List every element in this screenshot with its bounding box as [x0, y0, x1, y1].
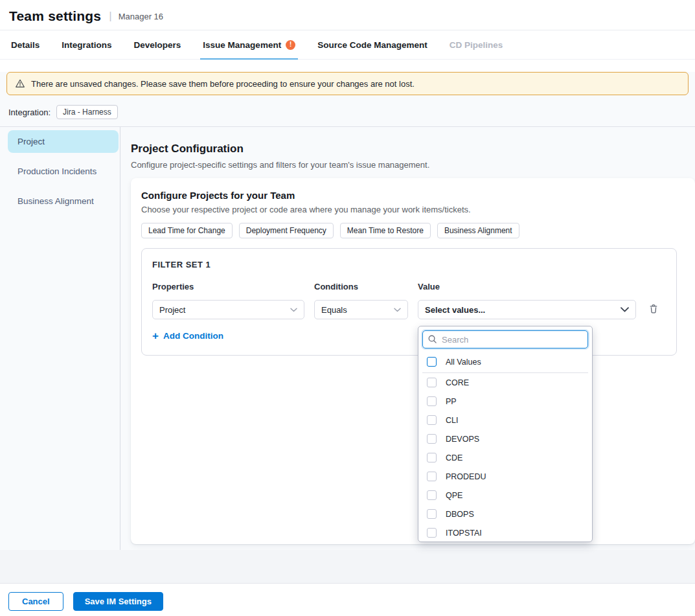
integration-chip[interactable]: Jira - Harness [56, 105, 118, 119]
value-select-placeholder: Select values... [425, 305, 485, 315]
main-panel: Project Configuration Configure project-… [120, 127, 695, 550]
chevron-down-icon [394, 308, 401, 312]
option-label: DEVOPS [446, 435, 479, 444]
tab-label: Issue Management [203, 40, 281, 50]
option-label: All Values [446, 358, 481, 367]
delete-condition-button[interactable] [646, 302, 661, 317]
sidebar-item-production-incidents[interactable]: Production Incidents [8, 160, 119, 183]
configure-projects-card: Configure Projects for your Team Choose … [131, 178, 695, 544]
tab-label: Details [11, 40, 40, 50]
save-im-settings-button[interactable]: Save IM Settings [73, 592, 163, 611]
plus-icon: + [152, 330, 159, 341]
tab-bar: Details Integrations Developers Issue Ma… [0, 30, 695, 60]
warning-triangle-icon [15, 78, 25, 89]
option-label: ITOPSTAI [446, 529, 482, 538]
option-itopstai[interactable]: ITOPSTAI [422, 523, 588, 542]
banner-text: There are unsaved changes. Please save t… [31, 79, 415, 89]
section-title: Project Configuration [131, 143, 695, 155]
tab-integrations[interactable]: Integrations [62, 30, 111, 59]
sidebar-item-project[interactable]: Project [8, 130, 119, 153]
filter-grid: Properties Conditions Value Project [152, 282, 666, 319]
checkbox[interactable] [427, 453, 437, 462]
chip-lead-time-for-change[interactable]: Lead Time for Change [141, 223, 233, 238]
all-values-checkbox[interactable] [427, 357, 437, 367]
trash-icon [648, 303, 659, 314]
tab-issue-management[interactable]: Issue Management ! [203, 30, 295, 59]
chip-deployment-frequency[interactable]: Deployment Frequency [239, 223, 334, 238]
metric-chips: Lead Time for Change Deployment Frequenc… [141, 223, 685, 238]
chevron-down-icon [290, 308, 297, 312]
checkbox[interactable] [427, 528, 437, 538]
option-core[interactable]: CORE [422, 373, 588, 392]
integration-row: Integration: Jira - Harness [0, 95, 695, 126]
option-label: PP [446, 397, 457, 406]
value-dropdown-panel: All Values CORE [418, 326, 593, 542]
option-label: CDE [446, 453, 462, 462]
value-options-list: CORE PP CLI [422, 373, 588, 542]
value-select[interactable]: Select values... [418, 300, 636, 319]
search-icon [427, 334, 437, 347]
page-header: Team settings | Manager 16 [0, 0, 695, 30]
tab-developers[interactable]: Developers [134, 30, 181, 59]
conditions-column-header: Conditions [314, 282, 408, 291]
condition-select[interactable]: Equals [314, 300, 408, 319]
card-subtitle: Choose your respective project or code a… [141, 205, 685, 214]
checkbox[interactable] [427, 415, 437, 425]
checkbox[interactable] [427, 434, 437, 444]
search-input[interactable] [422, 330, 588, 348]
tab-label: Source Code Management [317, 40, 427, 50]
team-settings-page: Team settings | Manager 16 Details Integ… [0, 0, 695, 616]
tab-details[interactable]: Details [11, 30, 40, 59]
property-select[interactable]: Project [152, 300, 304, 319]
cancel-button[interactable]: Cancel [8, 592, 63, 611]
checkbox[interactable] [427, 490, 437, 500]
checkbox[interactable] [427, 378, 437, 387]
tab-label: Integrations [62, 40, 111, 50]
condition-select-value: Equals [321, 305, 347, 315]
property-select-value: Project [159, 305, 185, 315]
option-cde[interactable]: CDE [422, 448, 588, 467]
section-subtitle: Configure project-specific settings and … [131, 160, 695, 170]
action-bar: Cancel Save IM Settings [0, 583, 695, 616]
filter-set-1: FILTER SET 1 Properties Conditions Value… [141, 248, 677, 356]
option-label: QPE [446, 491, 462, 500]
checkbox[interactable] [427, 396, 437, 406]
chip-mean-time-to-restore[interactable]: Mean Time to Restore [340, 223, 431, 238]
option-devops[interactable]: DEVOPS [422, 429, 588, 448]
option-label: CORE [446, 378, 469, 387]
checkbox[interactable] [427, 509, 437, 519]
filter-set-title: FILTER SET 1 [152, 260, 666, 269]
page-subtitle: Manager 16 [119, 12, 163, 21]
settings-columns: Project Production Incidents Business Al… [0, 126, 695, 550]
settings-sidebar: Project Production Incidents Business Al… [0, 127, 120, 550]
option-cli[interactable]: CLI [422, 411, 588, 429]
chevron-down-icon [621, 307, 629, 312]
value-column-header: Value [418, 282, 636, 291]
option-prodedu[interactable]: PRODEDU [422, 467, 588, 486]
tab-cd-pipelines: CD Pipelines [450, 30, 503, 59]
option-label: PRODEDU [446, 472, 486, 481]
content-area: There are unsaved changes. Please save t… [0, 72, 695, 583]
page-title: Team settings [9, 8, 101, 24]
sidebar-item-business-alignment[interactable]: Business Alignment [8, 190, 119, 212]
properties-column-header: Properties [152, 282, 304, 291]
option-label: DBOPS [446, 510, 474, 519]
tab-source-code-management[interactable]: Source Code Management [317, 30, 427, 59]
alert-badge-icon: ! [286, 40, 295, 50]
option-dbops[interactable]: DBOPS [422, 505, 588, 523]
add-condition-label: Add Condition [163, 331, 223, 341]
integration-label: Integration: [8, 108, 51, 117]
option-pp[interactable]: PP [422, 392, 588, 411]
add-condition-button[interactable]: + Add Condition [152, 330, 223, 341]
option-label: CLI [446, 416, 458, 425]
chip-business-alignment[interactable]: Business Alignment [437, 223, 519, 238]
bottom-spacer [0, 550, 695, 583]
option-qpe[interactable]: QPE [422, 486, 588, 505]
option-all-values[interactable]: All Values [422, 351, 588, 373]
value-select-wrapper: Select values... [418, 300, 636, 319]
tab-label: Developers [134, 40, 181, 50]
unsaved-changes-banner: There are unsaved changes. Please save t… [6, 72, 689, 95]
tab-label: CD Pipelines [450, 40, 503, 50]
checkbox[interactable] [427, 472, 437, 481]
card-title: Configure Projects for your Team [141, 190, 685, 201]
